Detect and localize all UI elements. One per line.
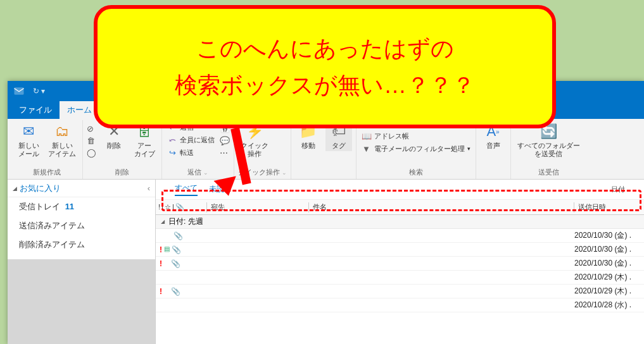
mail-row[interactable]: !📎2020/10/30 (金) . <box>156 257 644 271</box>
qat-dropdown[interactable]: ↻ ▾ <box>33 87 45 95</box>
forward-button[interactable]: ↪転送 <box>166 147 216 158</box>
address-book-icon: 📖 <box>362 131 372 141</box>
collapse-nav-icon[interactable]: ‹ <box>148 183 150 193</box>
nav-placeholder <box>8 259 155 344</box>
ribbon-group-respond: ↩返信 ⤺全員に返信 ↪転送 📅 💬 ⋯ 返信 <box>162 120 234 179</box>
attachment-icon: 📎 <box>171 259 180 268</box>
ribbon-group-sendreceive: 🔄 すべてのフォルダー を送受信 送受信 <box>511 120 586 179</box>
address-book-button[interactable]: 📖アドレス帳 <box>360 130 472 142</box>
mail-date: 2020/10/29 (木) . <box>574 286 644 297</box>
ribbon-group-delete-label: 削除 <box>87 167 158 178</box>
delete-mini-icons: ⊘ 🗑 ◯ <box>87 121 97 158</box>
mail-date: 2020/10/28 (水) . <box>574 300 644 310</box>
ribbon-group-sendreceive-label: 送受信 <box>515 167 583 178</box>
attachment-icon: 📎 <box>174 231 183 240</box>
group-last-week[interactable]: 日付: 先週 <box>156 215 644 229</box>
inbox-count: 11 <box>65 202 74 211</box>
annotation-line-1: このへんにあったはずの <box>196 30 454 67</box>
folder-nav-pane: お気に入り ‹ 受信トレイ 11 送信済みアイテム 削除済みアイテム <box>8 180 156 344</box>
junk-icon[interactable]: 🗑 <box>87 136 97 146</box>
ignore-icon[interactable]: ⊘ <box>87 124 97 134</box>
mail-date: 2020/10/29 (木) . <box>574 272 644 283</box>
ribbon-group-voice: A» 音声 <box>476 120 511 179</box>
attachment-icon: 📎 <box>171 287 180 296</box>
nav-inbox[interactable]: 受信トレイ 11 <box>8 197 155 216</box>
mail-row[interactable]: !📎2020/10/29 (木) . <box>156 285 644 298</box>
mail-rows: 📎2020/10/30 (金) .!▤📎2020/10/30 (金) .!📎20… <box>156 229 644 312</box>
ribbon-group-respond-label: 返信 <box>166 167 230 178</box>
category-icon: ▤ <box>164 245 170 254</box>
ribbon-group-find: 📖アドレス帳 ▼電子メールのフィルター処理 ▾ 検索 <box>357 120 476 179</box>
funnel-icon: ▼ <box>362 144 372 154</box>
mail-date: 2020/10/30 (金) . <box>574 244 644 255</box>
reply-all-button[interactable]: ⤺全員に返信 <box>166 134 216 145</box>
mail-date: 2020/10/30 (金) . <box>574 230 644 241</box>
ribbon-group-new-label: 新規作成 <box>15 167 79 178</box>
attachment-icon: 📎 <box>172 245 181 254</box>
forward-icon: ↪ <box>167 147 177 157</box>
importance-icon: ! <box>160 287 162 296</box>
favorites-header[interactable]: お気に入り ‹ <box>8 180 155 197</box>
svg-rect-0 <box>15 87 24 95</box>
annotation-callout: このへんにあったはずの 検索ボックスが無い…？？？ <box>94 5 556 128</box>
col-importance-icon[interactable]: ! <box>158 203 160 211</box>
more-respond-icon[interactable]: ⋯ <box>220 148 230 158</box>
importance-icon: ! <box>160 259 162 268</box>
importance-icon: ! <box>160 245 162 254</box>
mail-row[interactable]: 📎2020/10/30 (金) . <box>156 229 644 243</box>
ribbon-group-new: ✉ 新しい メール 🗂 新しい アイテム 新規作成 <box>11 120 83 179</box>
mail-row[interactable]: 2020/10/28 (水) . <box>156 298 644 312</box>
mail-row[interactable]: 2020/10/29 (木) . <box>156 271 644 285</box>
im-icon[interactable]: 💬 <box>220 136 230 146</box>
filter-email-button[interactable]: ▼電子メールのフィルター処理 ▾ <box>360 143 472 154</box>
mail-row[interactable]: !▤📎2020/10/30 (金) . <box>156 243 644 257</box>
ribbon-group-voice-label <box>480 176 507 178</box>
ribbon-group-move-label <box>295 176 352 178</box>
ribbon-group-delete: ⊘ 🗑 ◯ ✕ 削除 🗄 アー カイブ 削除 <box>83 120 162 179</box>
reply-all-icon: ⤺ <box>167 135 177 145</box>
outlook-icon <box>13 85 25 97</box>
mail-icon: ✉ <box>20 123 37 140</box>
new-mail-button[interactable]: ✉ 新しい メール <box>15 121 42 159</box>
ribbon-group-move: 📁 移動 🏷 タグ <box>291 120 357 179</box>
item-icon: 🗂 <box>53 123 71 140</box>
tab-file[interactable]: ファイル <box>11 101 60 119</box>
ribbon-group-find-label: 検索 <box>360 167 472 178</box>
annotation-line-2: 検索ボックスが無い…？？？ <box>175 67 475 104</box>
new-item-button[interactable]: 🗂 新しい アイテム <box>46 121 79 159</box>
nav-sent[interactable]: 送信済みアイテム <box>8 216 155 235</box>
cleanup-icon[interactable]: ◯ <box>87 148 97 158</box>
mail-date: 2020/10/30 (金) . <box>574 258 644 269</box>
nav-deleted[interactable]: 削除済みアイテム <box>8 235 155 254</box>
